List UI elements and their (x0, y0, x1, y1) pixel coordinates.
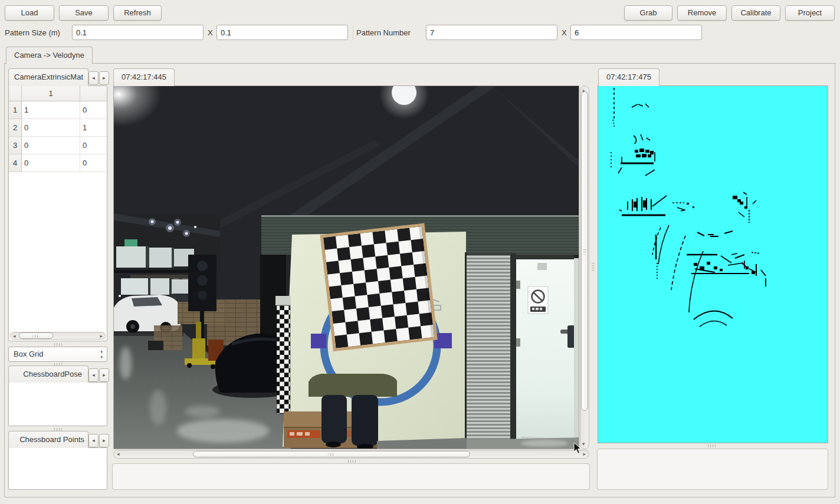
chessboard-points-view (8, 447, 107, 490)
splitter-handle[interactable] (54, 343, 62, 346)
tab-camera-velodyne[interactable]: Camera -> Velodyne (6, 47, 93, 64)
remove-button[interactable]: Remove (677, 5, 727, 21)
chevron-left-icon: ◂ (92, 437, 95, 443)
thumb-grip (329, 453, 335, 456)
project-button[interactable]: Project (785, 5, 835, 21)
camera-bottom-panel (112, 463, 590, 490)
pose-tab-scroll-right-button[interactable]: ▸ (99, 368, 109, 382)
tab-chessboard-pose-label: ChessboardPose (15, 366, 82, 382)
camera-vscrollbar-thumb[interactable] (581, 91, 588, 411)
matrix-tab-scroll-left-button[interactable]: ◂ (88, 71, 99, 85)
thumb-grip (583, 248, 586, 255)
grab-button[interactable]: Grab (624, 5, 672, 21)
matrix-tab-scroll-right-button[interactable]: ▸ (99, 71, 109, 85)
chevron-right-icon: ▸ (103, 372, 106, 378)
tab-chessboard-points[interactable]: Chessboard Points (8, 431, 88, 448)
grid-mode-combobox[interactable]: Box Grid ▴▾ (8, 347, 107, 362)
checker-strip (275, 296, 291, 414)
pose-tab-scroll-left-button[interactable]: ◂ (88, 368, 99, 382)
splitter-handle[interactable] (708, 444, 716, 447)
scroll-left-icon[interactable]: ◂ (117, 450, 120, 458)
load-button[interactable]: Load (5, 5, 54, 21)
table-hscrollbar-thumb[interactable] (19, 332, 53, 339)
combo-arrows-icon[interactable]: ▴▾ (100, 348, 103, 360)
save-button[interactable]: Save (59, 5, 109, 21)
pattern-size-x-input[interactable] (72, 25, 204, 40)
table-cell[interactable]: 0 (80, 101, 107, 119)
lidar-bottom-panel (597, 449, 828, 490)
tab-camera-timestamp[interactable]: 07:42:17:445 (113, 68, 175, 86)
table-hscrollbar[interactable]: ◂ ▸ (10, 332, 106, 340)
scroll-down-icon[interactable]: ▾ (582, 440, 585, 448)
extrinsic-matrix-table: 1 1 1 0 2 0 1 3 0 0 4 0 0 ◂ ▸ (8, 85, 107, 341)
table-cell[interactable]: 0 (80, 154, 107, 172)
camera-scene (114, 86, 579, 449)
column-splitter-handle[interactable] (592, 263, 595, 271)
table-cell[interactable]: 1 (80, 119, 107, 137)
tab-chessboard-pose[interactable]: ChessboardPose (8, 365, 88, 383)
calibrate-button[interactable]: Calibrate (731, 5, 780, 21)
camera-hscrollbar-thumb[interactable] (193, 451, 470, 457)
grid-mode-value: Box Grid (14, 350, 44, 358)
pattern-number-label: Pattern Number (356, 25, 411, 41)
row-header[interactable]: 4 (9, 154, 22, 172)
chevron-left-icon: ◂ (92, 75, 95, 81)
camera-image-canvas[interactable] (113, 85, 579, 449)
lidar-scene (598, 86, 828, 443)
table-col-header[interactable]: 1 (22, 86, 80, 101)
pattern-size-label: Pattern Size (m) (5, 25, 60, 41)
points-tab-scroll-left-button[interactable]: ◂ (88, 434, 99, 447)
lidar-point-canvas[interactable] (598, 85, 828, 443)
chevron-right-icon: ▸ (103, 437, 106, 443)
pattern-size-times-label: X (208, 25, 213, 41)
no-smoking-sign (528, 286, 548, 314)
row-header[interactable]: 3 (9, 137, 22, 154)
table-corner-header[interactable] (9, 86, 22, 101)
table-cell[interactable]: 0 (80, 137, 107, 154)
thumb-grip (33, 334, 40, 337)
tab-camera-extrinsic-mat[interactable]: CameraExtrinsicMat (8, 68, 88, 86)
app-window: Load Save Refresh Grab Remove Calibrate … (0, 0, 840, 504)
glass-door (516, 255, 575, 447)
splitter-handle[interactable] (348, 460, 356, 463)
floor-object (148, 341, 163, 350)
points-tab-scroll-right-button[interactable]: ▸ (99, 434, 109, 447)
chevron-right-icon: ▸ (103, 75, 106, 81)
scroll-right-icon[interactable]: ▸ (583, 450, 586, 458)
chessboard-target (320, 223, 437, 351)
toolbar-separator (353, 26, 353, 39)
table-cell[interactable]: 0 (22, 154, 80, 172)
table-cell[interactable]: 0 (22, 137, 80, 154)
mouse-cursor-icon (573, 442, 582, 454)
scroll-right-icon[interactable]: ▸ (100, 332, 103, 340)
refresh-button[interactable]: Refresh (113, 5, 162, 21)
table-col-header-2[interactable] (80, 86, 107, 101)
pattern-number-y-input[interactable] (570, 25, 702, 40)
table-cell[interactable]: 1 (22, 101, 80, 119)
camera-hscrollbar[interactable]: ◂ ▸ (113, 450, 589, 459)
tab-chessboard-points-label: Chessboard Points (12, 431, 84, 447)
chevron-left-icon: ◂ (92, 372, 95, 378)
camera-vscrollbar[interactable]: ▴ ▾ (580, 85, 589, 449)
pattern-number-times-label: X (562, 25, 567, 41)
tab-camera-extrinsic-mat-label: CameraExtrinsicMat (14, 69, 83, 85)
scroll-left-icon[interactable]: ◂ (13, 332, 16, 340)
pattern-size-y-input[interactable] (216, 25, 348, 40)
chessboard-pose-view (8, 382, 107, 426)
lidar-points (611, 88, 766, 327)
metal-shutter-door (465, 252, 510, 447)
row-header[interactable]: 1 (9, 101, 22, 119)
table-cell[interactable]: 0 (22, 119, 80, 137)
row-header[interactable]: 2 (9, 119, 22, 137)
pattern-number-x-input[interactable] (426, 25, 557, 40)
tab-lidar-timestamp[interactable]: 07:42:17:475 (598, 68, 659, 86)
